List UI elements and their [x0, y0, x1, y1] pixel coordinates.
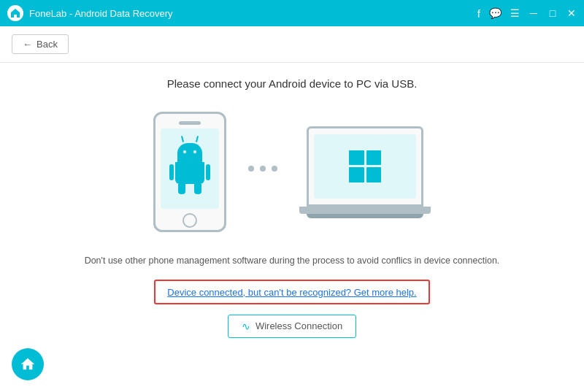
robot-head — [177, 143, 202, 162]
title-bar-left: FoneLab - Android Data Recovery — [7, 5, 173, 21]
robot-legs — [176, 184, 204, 194]
robot-leg-left — [178, 184, 185, 194]
robot-body — [175, 162, 204, 184]
center-content: Please connect your Android device to PC… — [0, 63, 584, 392]
title-bar-controls: f 💬 ☰ ─ □ ✕ — [477, 7, 577, 20]
restore-button[interactable]: □ — [548, 8, 558, 18]
robot-antenna-left — [181, 136, 184, 142]
app-icon — [7, 5, 23, 21]
back-arrow-icon: ← — [23, 39, 32, 50]
app-title: FoneLab - Android Data Recovery — [29, 8, 173, 19]
win-tile-2 — [366, 150, 382, 166]
main-content: ← Back Please connect your Android devic… — [0, 26, 584, 392]
laptop-screen-inner — [314, 134, 416, 199]
robot-arm-left — [169, 164, 174, 180]
wifi-icon: ∿ — [242, 320, 250, 332]
instruction-text: Please connect your Android device to PC… — [167, 77, 418, 90]
dot-3 — [272, 166, 277, 172]
phone-screen — [161, 128, 219, 209]
back-button[interactable]: ← Back — [12, 34, 69, 54]
phone-device — [153, 112, 226, 232]
robot-leg-right — [194, 184, 201, 194]
phone-frame — [153, 112, 226, 232]
win-tile-4 — [366, 167, 382, 182]
minimize-button[interactable]: ─ — [529, 8, 539, 18]
top-bar: ← Back — [0, 26, 584, 63]
home-icon — [10, 8, 20, 18]
phone-speaker — [179, 121, 201, 125]
close-button[interactable]: ✕ — [566, 8, 577, 18]
android-robot — [175, 143, 204, 194]
back-label: Back — [36, 39, 58, 50]
phone-home-button — [182, 213, 197, 228]
robot-arm-right — [206, 164, 210, 180]
wireless-connection-button[interactable]: ∿ Wireless Connection — [228, 315, 356, 338]
device-connected-link[interactable]: Device connected, but can't be recognize… — [167, 287, 416, 298]
windows-logo — [349, 150, 381, 182]
win-tile-1 — [349, 150, 364, 166]
robot-eye-left — [183, 150, 186, 153]
home-button[interactable] — [12, 348, 44, 380]
laptop-base — [299, 207, 431, 214]
menu-icon[interactable]: ☰ — [510, 7, 520, 19]
wireless-button-label: Wireless Connection — [256, 320, 342, 331]
chat-icon[interactable]: 💬 — [489, 7, 502, 19]
laptop-device — [299, 126, 431, 218]
devices-area — [153, 112, 431, 232]
robot-eye-right — [193, 150, 196, 153]
laptop-screen-outer — [307, 126, 423, 207]
dot-1 — [248, 166, 254, 172]
dot-2 — [260, 166, 266, 172]
connection-dots — [248, 166, 277, 172]
win-tile-3 — [349, 167, 364, 182]
facebook-icon[interactable]: f — [477, 7, 480, 20]
device-connected-box: Device connected, but can't be recognize… — [154, 280, 429, 304]
laptop-stand — [307, 214, 423, 218]
robot-antenna-right — [196, 136, 199, 142]
title-bar: FoneLab - Android Data Recovery f 💬 ☰ ─ … — [0, 0, 584, 26]
warning-text: Don't use other phone management softwar… — [85, 254, 500, 268]
home-button-icon — [20, 356, 36, 372]
